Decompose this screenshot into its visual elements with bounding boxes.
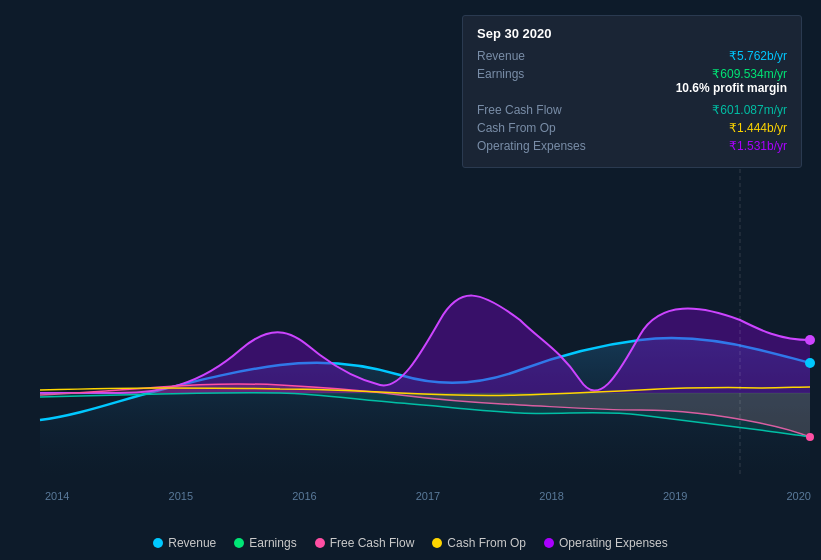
legend-cfo[interactable]: Cash From Op	[432, 536, 526, 550]
x-label-2018: 2018	[539, 490, 563, 502]
x-label-2015: 2015	[169, 490, 193, 502]
fcf-value: ₹601.087m/yr	[712, 103, 787, 117]
x-label-2014: 2014	[45, 490, 69, 502]
legend-revenue[interactable]: Revenue	[153, 536, 216, 550]
opex-value: ₹1.531b/yr	[729, 139, 787, 153]
x-label-2019: 2019	[663, 490, 687, 502]
revenue-value: ₹5.762b/yr	[729, 49, 787, 63]
legend-label-opex: Operating Expenses	[559, 536, 668, 550]
chart-legend: Revenue Earnings Free Cash Flow Cash Fro…	[0, 536, 821, 550]
legend-label-revenue: Revenue	[168, 536, 216, 550]
earnings-label: Earnings	[477, 67, 587, 81]
legend-fcf[interactable]: Free Cash Flow	[315, 536, 415, 550]
fcf-row: Free Cash Flow ₹601.087m/yr	[477, 103, 787, 117]
legend-dot-revenue	[153, 538, 163, 548]
cfo-value: ₹1.444b/yr	[729, 121, 787, 135]
svg-point-3	[805, 358, 815, 368]
x-label-2016: 2016	[292, 490, 316, 502]
info-box: Sep 30 2020 Revenue ₹5.762b/yr Earnings …	[462, 15, 802, 168]
fcf-label: Free Cash Flow	[477, 103, 587, 117]
revenue-label: Revenue	[477, 49, 587, 63]
legend-label-fcf: Free Cash Flow	[330, 536, 415, 550]
x-axis: 2014 2015 2016 2017 2018 2019 2020	[0, 490, 821, 502]
cfo-label: Cash From Op	[477, 121, 587, 135]
chart-svg	[0, 155, 821, 475]
earnings-row: Earnings ₹609.534m/yr 10.6% profit margi…	[477, 67, 787, 99]
revenue-row: Revenue ₹5.762b/yr	[477, 49, 787, 63]
legend-label-cfo: Cash From Op	[447, 536, 526, 550]
x-label-2017: 2017	[416, 490, 440, 502]
opex-row: Operating Expenses ₹1.531b/yr	[477, 139, 787, 153]
svg-point-4	[805, 335, 815, 345]
legend-opex[interactable]: Operating Expenses	[544, 536, 668, 550]
legend-dot-cfo	[432, 538, 442, 548]
legend-dot-opex	[544, 538, 554, 548]
legend-label-earnings: Earnings	[249, 536, 296, 550]
tooltip-date: Sep 30 2020	[477, 26, 787, 41]
profit-margin: 10.6% profit margin	[676, 81, 787, 95]
earnings-value: ₹609.534m/yr	[712, 67, 787, 81]
opex-label: Operating Expenses	[477, 139, 587, 153]
x-label-2020: 2020	[786, 490, 810, 502]
chart-container: Sep 30 2020 Revenue ₹5.762b/yr Earnings …	[0, 0, 821, 560]
svg-point-5	[806, 433, 814, 441]
legend-earnings[interactable]: Earnings	[234, 536, 296, 550]
legend-dot-earnings	[234, 538, 244, 548]
legend-dot-fcf	[315, 538, 325, 548]
cfo-row: Cash From Op ₹1.444b/yr	[477, 121, 787, 135]
